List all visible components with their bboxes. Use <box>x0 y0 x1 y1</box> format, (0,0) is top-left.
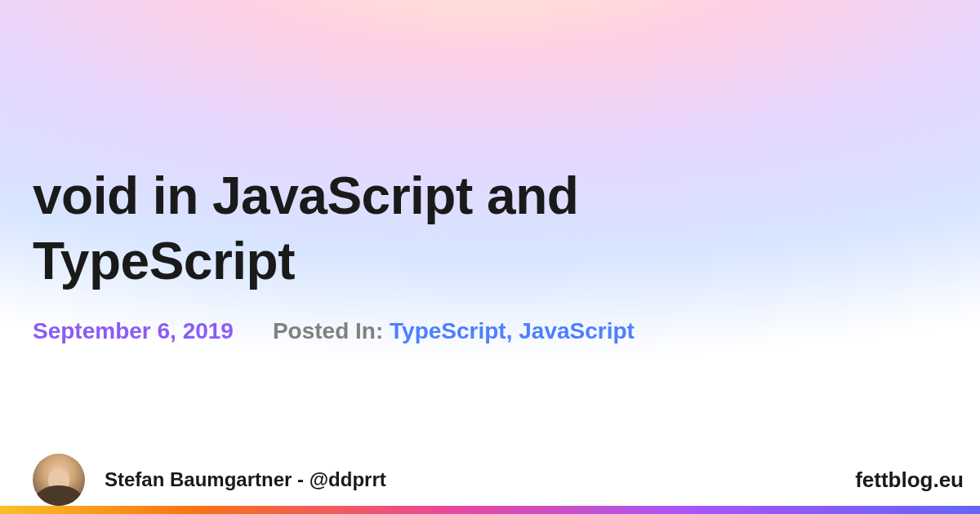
footer: Stefan Baumgartner - @ddprrt fettblog.eu <box>33 454 964 506</box>
author-avatar <box>33 454 85 506</box>
article-header: void in JavaScript and TypeScript Septem… <box>33 163 947 344</box>
article-tags-container: Posted In: TypeScript, JavaScript <box>273 318 635 344</box>
author-section: Stefan Baumgartner - @ddprrt <box>33 454 386 506</box>
article-meta: September 6, 2019 Posted In: TypeScript,… <box>33 318 947 344</box>
author-name: Stefan Baumgartner - @ddprrt <box>105 468 386 491</box>
gradient-bar <box>0 506 980 514</box>
article-date: September 6, 2019 <box>33 318 234 344</box>
article-title: void in JavaScript and TypeScript <box>33 163 768 294</box>
posted-in-label: Posted In: <box>273 318 383 343</box>
article-tags[interactable]: TypeScript, JavaScript <box>390 318 635 343</box>
site-name[interactable]: fettblog.eu <box>855 467 964 493</box>
